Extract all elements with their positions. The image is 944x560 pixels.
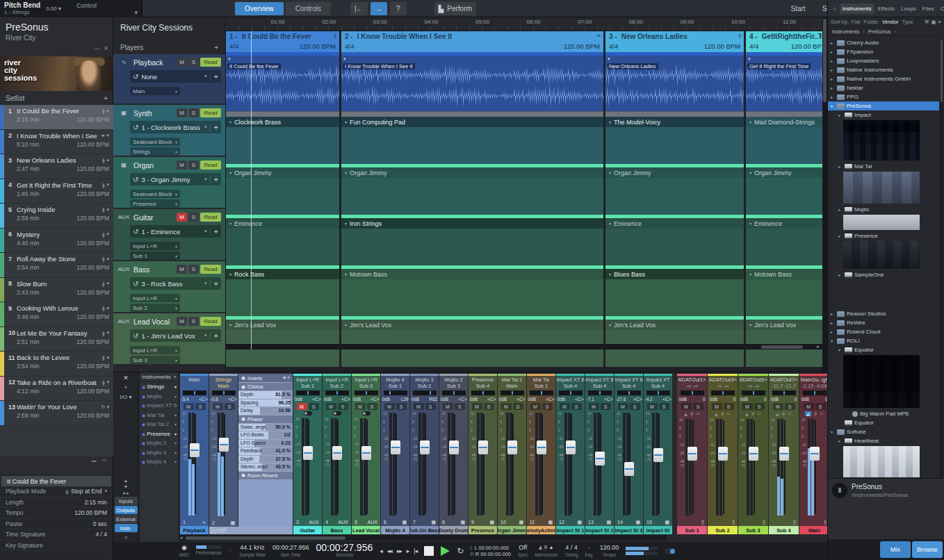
power-icon[interactable]: ◉ — [241, 384, 245, 390]
solo-button[interactable]: S — [396, 403, 407, 410]
chevron-down-icon[interactable]: ▾ — [174, 384, 177, 389]
chevron-down-icon[interactable]: ▾ — [609, 120, 611, 124]
add-song-button[interactable]: + — [104, 94, 108, 102]
sort-option-type[interactable]: Type — [902, 19, 913, 25]
pan-readout[interactable]: <C> — [341, 397, 350, 402]
patch-cell[interactable]: ▾Organ Jimmy — [746, 164, 825, 215]
channel-name-label[interactable]: Sub 2 — [708, 526, 738, 534]
mute-button[interactable]: M — [414, 403, 424, 410]
mixer-filter-inputs[interactable]: Inputs — [115, 497, 138, 505]
player-card-bass[interactable]: AUXBassMSRead↺3 - Rock Bass▾+Input L+R▾S… — [113, 261, 225, 312]
pan-control[interactable] — [803, 390, 827, 395]
mixer-filter-instr[interactable]: Instr. — [115, 524, 138, 532]
talkback-icon[interactable]: ⚲ — [814, 411, 817, 416]
fader-handle[interactable] — [810, 447, 820, 461]
mute-button[interactable]: M — [177, 108, 187, 117]
channel-strip-lead-vocal[interactable]: Input L+RSub 30dB<C>MS1050-12-24-48-715A… — [352, 374, 380, 534]
channel-name-label[interactable]: Impact St — [644, 526, 672, 534]
collapsed-caret-icon[interactable]: ▸ — [838, 438, 843, 443]
mute-button[interactable]: M — [177, 213, 187, 222]
collapsed-caret-icon[interactable]: ▸ — [831, 67, 835, 72]
channel-name-label[interactable]: Dusty Drum — [439, 526, 468, 534]
channel-name-label[interactable]: Impact St 1 — [556, 526, 585, 534]
volume-readout[interactable]: 0dB — [382, 397, 391, 402]
mute-button[interactable]: M — [184, 403, 194, 410]
sync-toggle[interactable]: Off Sync — [518, 544, 528, 559]
setlist-item[interactable]: 2I Know Trouble When I See It-▸-▾5:10 mi… — [0, 130, 113, 155]
fader-handle[interactable] — [624, 462, 634, 476]
channel-strip-sub-3[interactable]: ADATOut5+6-∞ -∞0dB0MS◭⚲⬭1050-12-24-48-71… — [738, 374, 768, 534]
mute-button[interactable]: M — [326, 403, 336, 410]
expanded-caret-icon[interactable]: ▾ — [831, 104, 835, 108]
toggle-icon[interactable]: ⬭ — [696, 411, 699, 416]
tab-controls[interactable]: Controls — [286, 2, 331, 15]
time-signature-display[interactable]: 4 / 4 Timing — [564, 544, 578, 559]
collapsed-caret-icon[interactable]: ▸ — [831, 76, 835, 81]
patch-cell[interactable]: ▾Jim's Lead Vox — [605, 316, 744, 367]
setlist-item[interactable]: 13Waitin' for Your Love↻▾2:59 min120.00 … — [0, 401, 113, 426]
loop-icon[interactable]: ↻ — [457, 546, 463, 556]
patch-cell-header[interactable]: ▾Organ Jimmy — [605, 167, 744, 178]
macro-control-pitch-bend[interactable]: Pitch Bend 1 - Strings 0.00 ▾ Control ▾ — [0, 0, 143, 17]
collapsed-caret-icon[interactable]: ▸ — [838, 272, 843, 277]
volume-readout[interactable]: 0dB — [470, 397, 478, 402]
power-icon[interactable]: ◉ — [241, 375, 245, 381]
pan-control[interactable] — [355, 390, 378, 395]
add-patch-button[interactable]: + — [210, 72, 218, 81]
chevron-down-icon[interactable]: ▾ — [174, 431, 177, 436]
mute-button[interactable]: M — [804, 403, 814, 410]
audio-waveform-zone[interactable]: ▾Get It Right the First Time — [746, 56, 825, 111]
breadcrumb-item[interactable]: PreSonus — [868, 28, 891, 35]
tree-item-sampleone[interactable]: ▸SampleOne — [828, 270, 939, 279]
fader-handle[interactable] — [653, 448, 663, 462]
fader-handle[interactable] — [449, 440, 459, 454]
chevron-down-icon[interactable]: ▾ — [106, 182, 109, 188]
volume-readout[interactable]: 0dB — [771, 397, 779, 402]
monitor-toggle-icon[interactable] — [304, 411, 312, 415]
song-column-header[interactable]: 4 -GetItRighttheFir..Tim-||-4/4120.00 BP — [746, 31, 825, 52]
solo-button[interactable]: S — [455, 403, 465, 410]
pan-control[interactable] — [711, 390, 735, 395]
wrench-icon[interactable]: ⚒ — [925, 19, 929, 25]
solo-button[interactable]: S — [188, 160, 199, 170]
instrument-list-item[interactable]: ◉Mojito 2▾ — [140, 438, 179, 448]
tree-item-cherry-audio[interactable]: ▸Cherry Audio — [828, 38, 939, 47]
chevron-down-icon[interactable]: ▾ — [106, 306, 109, 311]
fader-handle[interactable] — [478, 440, 488, 454]
setlist-item[interactable]: 10Let Me Be Your Fantasy-||-▾2:51 min120… — [0, 327, 113, 352]
tree-item-nektar[interactable]: ▸Nektar — [828, 83, 939, 92]
patch-cell[interactable]: ▾Jim's Lead Vox — [226, 316, 339, 367]
insert-device-chorus[interactable]: ◉Chorus — [238, 383, 293, 390]
sort-option-vendor[interactable]: Vendor — [882, 19, 899, 25]
fader-handle[interactable] — [420, 440, 430, 454]
pan-readout[interactable]: <C> — [199, 397, 207, 402]
bank-left-right-icons[interactable]: ▸◂ — [123, 490, 128, 496]
add-patch-button[interactable]: + — [210, 123, 218, 131]
channel-strip-melodyactivity[interactable]: Mai TaiSub 10dB<C>MS1050-12-24-48-7111▦M… — [527, 374, 555, 534]
pan-readout[interactable]: 0 — [733, 397, 736, 402]
breadcrumb-item[interactable]: Instruments — [832, 28, 859, 35]
pan-control[interactable] — [413, 390, 437, 395]
chevron-down-icon[interactable]: ▾ — [229, 272, 231, 277]
song-column[interactable]: 2 -I Know Trouble When I See It-▸-4/4120… — [341, 31, 603, 363]
channel-name-label[interactable]: Playback — [180, 526, 209, 534]
pan-readout[interactable]: <C> — [633, 397, 642, 402]
pan-readout[interactable]: R62 — [430, 397, 438, 402]
fader-handle[interactable] — [718, 447, 728, 461]
mixer-h-scrollbar[interactable]: ◂ — [180, 535, 667, 541]
perform-button[interactable]: ▙ Perform — [434, 2, 476, 15]
mute-button[interactable]: M — [681, 403, 692, 410]
solo-button[interactable]: S — [571, 403, 582, 410]
solo-button[interactable]: S — [188, 108, 199, 117]
mute-button[interactable]: M — [213, 403, 223, 410]
chevron-down-icon[interactable]: ▾ — [174, 440, 177, 445]
patch-selector[interactable]: ↺1 - Jim's Lead Vox▾+ — [130, 329, 221, 342]
song-column[interactable]: 3 -New Orleans Ladies-||-4/4120.00 BPM▾N… — [605, 31, 744, 363]
channel-name-label[interactable]: Full-On Bass — [410, 526, 439, 534]
tree-item-reason-studios[interactable]: ▸Reason Studios — [828, 309, 939, 318]
routing-selector[interactable]: Main▾ — [130, 87, 180, 95]
solo-button[interactable]: S — [630, 403, 640, 410]
plugin-thumbnail-sampleone[interactable] — [843, 280, 920, 308]
pan-control[interactable] — [296, 390, 320, 395]
pan-readout[interactable]: <C> — [604, 397, 612, 402]
